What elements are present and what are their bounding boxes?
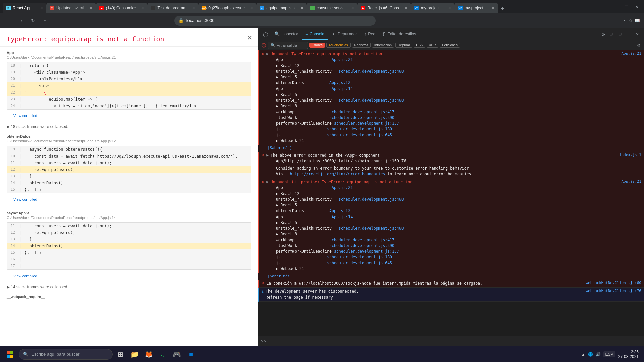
spotify-button[interactable]: ♫ <box>156 348 169 361</box>
entry-content: Uncaught TypeError: equipo.map is not a … <box>271 51 620 144</box>
tab-close-icon[interactable]: ✕ <box>250 6 253 10</box>
firefox-button[interactable]: 🦊 <box>142 348 155 361</box>
stack-collapse-1[interactable]: ▶ 18 stack frames were collapsed. <box>0 123 258 130</box>
filter-xhr-button[interactable]: XHR <box>427 43 438 48</box>
tab-service[interactable]: c consumir servici... ✕ <box>307 3 357 13</box>
tab-aws[interactable]: AWS 0q27loouph.execute... ✕ <box>198 3 256 13</box>
filter-logs-button[interactable]: Registros <box>352 43 371 48</box>
tray-network-icon[interactable]: 🌐 <box>588 352 593 357</box>
filter-css-button[interactable]: CSS <box>414 43 425 48</box>
saber-mas-link-1[interactable]: [Saber más] <box>258 145 644 152</box>
saber-mas-link-2[interactable]: [Saber más] <box>258 273 644 280</box>
restore-button[interactable]: ❐ <box>622 2 631 11</box>
view-compiled-link-2[interactable]: View compiled <box>7 196 251 203</box>
tab-close-icon[interactable]: ✕ <box>351 6 354 10</box>
forward-button[interactable]: → <box>16 16 25 25</box>
file-explorer-button[interactable]: 📁 <box>128 348 141 361</box>
refresh-button[interactable]: ↻ <box>28 16 38 25</box>
filter-input-container[interactable]: 🔍 Filtrar salida <box>268 42 308 49</box>
expand-icon-2[interactable]: ▶ <box>266 153 269 157</box>
tab-close-icon[interactable]: ✕ <box>492 6 495 10</box>
system-clock[interactable]: 2:36 27-03-2021 <box>618 350 639 359</box>
devtools-settings-icon[interactable]: ⋮ <box>625 30 633 38</box>
taskbar-search-box[interactable]: 🔍 Escribe aquí para buscar <box>19 349 113 360</box>
console-entry-error-4[interactable]: ⊗ La conexión a ws://localhost:3000/sock… <box>258 280 644 288</box>
console-entry-error-3[interactable]: ⊗ ▶ Uncaught (in promise) TypeError: equ… <box>258 178 644 273</box>
tab-vscode1[interactable]: VS my-project ✕ <box>411 3 454 13</box>
entry-filepath-5[interactable]: webpackHotDevClient.js:76 <box>586 289 641 293</box>
filter-warnings-button[interactable]: Advertencias <box>326 43 351 48</box>
tray-chevron[interactable]: ▲ <box>581 352 585 357</box>
tab-consola[interactable]: ≡ Consola <box>302 28 328 40</box>
back-button[interactable]: ← <box>4 16 13 25</box>
expand-icon[interactable]: ▶ <box>266 52 269 56</box>
tab-depurador[interactable]: ⏵ Depurador <box>328 28 360 40</box>
filter-info-button[interactable]: Información <box>372 43 394 48</box>
url-bar[interactable]: 🔒 localhost:3000 <box>174 16 376 26</box>
code-line: 9| async function obtenerDatos(){ <box>7 146 251 153</box>
console-entry-info-1[interactable]: ℹ The development server has disconnecte… <box>258 288 644 302</box>
stack-unstable2: unstable_runWithPriority scheduler.devel… <box>271 98 620 103</box>
tab-close-icon[interactable]: ✕ <box>405 6 408 10</box>
clear-console-icon[interactable]: 🚫 <box>261 43 266 48</box>
tab-close-icon[interactable]: ✕ <box>90 6 93 10</box>
tab-close-icon[interactable]: ✕ <box>448 6 451 10</box>
devtools-tab-bar: ◯ 🔍 Inspector ≡ Consola ⏵ Depurador ↕ Re… <box>258 28 644 40</box>
entry-filepath-3[interactable]: App.js:21 <box>621 179 641 184</box>
console-input[interactable] <box>267 339 641 344</box>
reader-icon[interactable]: 📖 <box>635 18 640 23</box>
close-button[interactable]: ✕ <box>632 2 641 11</box>
stack-js2: js scheduler.development.js:645 <box>271 132 620 138</box>
entry-filepath[interactable]: App.js:21 <box>621 51 641 56</box>
new-tab-button[interactable]: + <box>498 4 507 13</box>
tab-close-icon[interactable]: ✕ <box>300 6 303 10</box>
tab-red[interactable]: ↕ Red <box>361 28 379 40</box>
tab-react-app[interactable]: ⚛ React App ✕ <box>3 3 46 13</box>
tab-github[interactable]: ⬡ Test de program... ✕ <box>147 3 198 13</box>
devtools-more-button[interactable]: » <box>602 31 605 37</box>
language-indicator[interactable]: ESP <box>603 351 615 357</box>
bookmark-icon[interactable]: ☆ <box>629 18 633 23</box>
expand-icon-3[interactable]: ▶ <box>266 180 269 184</box>
task-view-button[interactable]: ⊞ <box>114 348 127 361</box>
console-settings-icon[interactable]: ⚙ <box>636 43 641 48</box>
code-line: 18| return ( <box>7 62 251 69</box>
view-compiled-link-3[interactable]: View compiled <box>7 273 251 279</box>
tab-gmail[interactable]: M Updated invitati... ✕ <box>46 3 96 13</box>
code-line: 15|}, []); <box>7 249 251 256</box>
devtools-close-icon[interactable]: ✕ <box>633 30 641 38</box>
entry-filepath-2[interactable]: index.js:1 <box>619 153 641 157</box>
tab-close-icon[interactable]: ✕ <box>141 6 144 10</box>
svg-rect-3 <box>10 355 13 358</box>
stack2-react: ▶ React 12 <box>271 191 620 197</box>
console-entry-error-2[interactable]: ⊗ ▶ The above error occurred in the <App… <box>258 152 644 178</box>
start-button[interactable] <box>3 347 17 362</box>
tab-favicon: c <box>310 6 315 10</box>
tab-editor-estilos[interactable]: {} Editor de estilos <box>379 28 419 40</box>
filter-errors-button[interactable]: Errores <box>309 43 325 48</box>
devtools-undock-icon[interactable]: ⊟ <box>616 30 624 38</box>
vscode-button[interactable]: ■ <box>184 348 197 361</box>
tab-inspector[interactable]: 🔍 Inspector <box>271 28 301 40</box>
error-close-button[interactable]: ✕ <box>247 34 253 42</box>
tab-reactjs[interactable]: ▶ React.js #6: Cons... ✕ <box>357 3 411 13</box>
filter-requests-button[interactable]: Peticiones <box>440 43 460 48</box>
view-compiled-link[interactable]: View compiled <box>7 112 251 119</box>
minimize-button[interactable]: ─ <box>612 2 621 11</box>
tray-volume-icon[interactable]: 🔊 <box>596 352 601 357</box>
xbox-button[interactable]: 🎮 <box>170 348 183 361</box>
entry-filepath-4[interactable]: webpackHotDevClient.js:60 <box>586 281 641 285</box>
tab-close-icon[interactable]: ✕ <box>192 6 195 10</box>
tab-youtube[interactable]: ▶ (140) Consumier... ✕ <box>96 3 148 13</box>
filter-debug-button[interactable]: Depurar <box>395 43 412 48</box>
stack-collapse-2[interactable]: ▶ 14 stack frames were collapsed. <box>0 283 258 291</box>
taskbar: 🔍 Escribe aquí para buscar ⊞ 📁 🦊 ♫ 🎮 ■ ▲… <box>0 346 644 362</box>
tab-close-icon[interactable]: ✕ <box>40 6 43 10</box>
extensions-icon[interactable]: ⋯ <box>622 18 627 23</box>
devtools-inspect-icon[interactable]: ◯ <box>261 29 270 39</box>
home-button[interactable]: ⌂ <box>40 16 50 25</box>
tab-vscode2[interactable]: VS my-project ✕ <box>454 3 498 13</box>
devtools-dock-icon[interactable]: ⊡ <box>607 30 615 38</box>
tab-equipo[interactable]: e equipo.map is n... ✕ <box>256 3 307 13</box>
console-entry-error-1[interactable]: ⊗ ▶ Uncaught TypeError: equipo.map is no… <box>258 50 644 145</box>
